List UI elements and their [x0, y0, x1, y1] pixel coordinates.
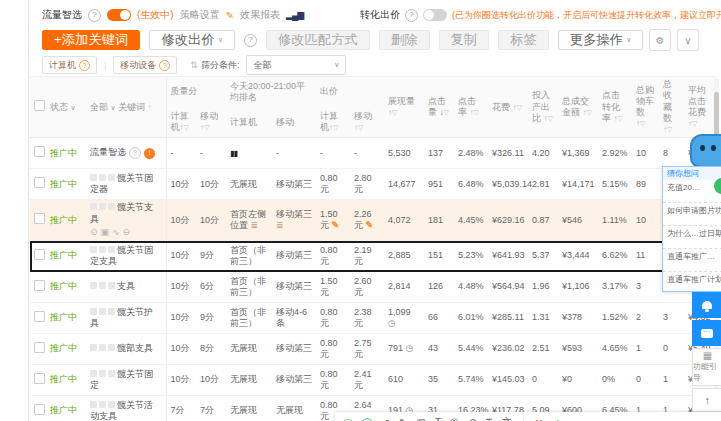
filter-funnel-icon[interactable]: ▽ [587, 109, 592, 116]
row-checkbox[interactable] [34, 280, 45, 291]
translate-tool-icon[interactable]: 文 [502, 415, 512, 421]
bid-pc-cell[interactable]: 0.80元 [316, 169, 350, 200]
row-checkbox[interactable] [34, 342, 45, 353]
keyword-quick-icons[interactable] [90, 307, 117, 317]
keyword-quick-icons[interactable] [90, 245, 117, 255]
more-actions-button[interactable]: 更多操作∨ [558, 30, 643, 50]
bid-mobile-cell[interactable]: 2.60元 [350, 272, 384, 303]
help-icon[interactable]: ? [244, 34, 257, 47]
delay-icon[interactable]: ◷ [388, 318, 396, 328]
report-link[interactable]: 效果报表 [240, 8, 280, 22]
help-icon[interactable]: ? [88, 9, 101, 22]
add-icon[interactable]: ▣ [101, 227, 113, 237]
row-checkbox[interactable] [34, 373, 45, 384]
keyword-quick-icons[interactable] [90, 400, 117, 410]
header-fav[interactable]: 总收藏数 ↑▽ [659, 77, 684, 138]
text-tool-icon[interactable]: T [435, 417, 441, 421]
header-clicks[interactable]: 点击量 ↓▽ [424, 77, 454, 138]
bid-mobile-cell[interactable]: 2.19元 [350, 241, 384, 272]
keyword-label[interactable]: 支具 [117, 281, 135, 291]
header-status[interactable]: 状态 ∨ [46, 77, 86, 138]
keyword-quick-icons[interactable] [90, 369, 117, 379]
header-cost[interactable]: 花费 ↑▽ [488, 77, 528, 138]
trend-icon[interactable]: ∿ [112, 227, 123, 237]
keyword-label[interactable]: 流量智选 [90, 147, 126, 157]
bid-pc-cell[interactable]: 1.50元 ✎ [316, 200, 350, 241]
serial-tool-icon[interactable]: ① [450, 417, 459, 421]
rank-list-icon[interactable]: ≣ [251, 220, 259, 230]
bid-pc-cell[interactable]: 0.80元 [316, 241, 350, 272]
help-question-item[interactable]: 为什么…过日期 [663, 226, 721, 249]
feature-guide-button[interactable]: ▦ 功能引导 [692, 348, 721, 386]
filter-funnel-icon[interactable]: ▽ [184, 124, 189, 131]
check-tool-icon[interactable]: ✓ [552, 417, 560, 421]
add-keyword-button[interactable]: +添加关键词 [42, 30, 140, 50]
filter-funnel-icon[interactable]: ▽ [692, 120, 697, 127]
header-ctr[interactable]: 点击率 ↑▽ [454, 77, 488, 138]
filter-funnel-icon[interactable]: ▽ [333, 124, 338, 131]
bid-pc-cell[interactable]: 0.80元 [316, 303, 350, 334]
close-tool-icon[interactable]: ✕ [535, 417, 543, 421]
help-icon[interactable]: ? [405, 9, 418, 22]
help-question-item[interactable]: 直通车推广… [663, 249, 721, 272]
filter-funnel-icon[interactable]: ▽ [358, 124, 363, 131]
settings-button[interactable]: ⚙ [649, 29, 671, 51]
bar-chart-icon[interactable]: ▂▄▆ [286, 10, 303, 20]
filter-funnel-icon[interactable]: ▽ [474, 109, 479, 116]
bid-pc-cell[interactable]: 0.80元 [316, 334, 350, 365]
filter-funnel-icon[interactable]: ▽ [204, 124, 209, 131]
tab-pc[interactable]: 计算机? [42, 56, 97, 74]
download-tool-icon[interactable]: ↓ [521, 417, 526, 421]
keyword-quick-icons[interactable] [90, 202, 117, 212]
filter-funnel-icon[interactable]: ▽ [517, 104, 522, 111]
help-icon[interactable]: ? [129, 147, 141, 159]
filter-funnel-icon[interactable]: ▽ [392, 109, 397, 116]
filter-funnel-icon[interactable]: ▽ [618, 115, 623, 122]
arrow-tool-icon[interactable]: ↗ [382, 417, 390, 421]
bid-mobile-cell[interactable]: 2.75元 [350, 334, 384, 365]
edit-bid-icon[interactable]: ✎ [366, 220, 374, 230]
header-cvr[interactable]: 点击转化率 ↑▽ [598, 77, 632, 138]
copy-button[interactable]: 复制 [439, 30, 490, 50]
view-icon[interactable]: ⊙ [90, 227, 101, 237]
mosaic-tool-icon[interactable]: ▦ [416, 417, 425, 421]
bid-pc-cell[interactable]: - [316, 138, 350, 169]
row-checkbox[interactable] [34, 146, 45, 157]
flow-toggle[interactable] [107, 9, 131, 21]
bid-pc-cell[interactable]: 0.80元 [316, 365, 350, 396]
header-gmv[interactable]: 总成交金额 ↑▽ [558, 77, 598, 138]
pin-tool-icon[interactable]: ⊼ [485, 417, 492, 421]
subheader-quality-mobile[interactable]: 移动↑▽ [196, 107, 226, 138]
subheader-bid-mobile[interactable]: 移动↑▽ [350, 107, 384, 138]
bid-pc-cell[interactable]: 1.50元 [316, 272, 350, 303]
rect-tool-icon[interactable]: ▢ [343, 417, 352, 421]
convert-toggle[interactable] [423, 9, 447, 21]
remove-icon[interactable]: ⊖ [123, 227, 134, 237]
keyword-label[interactable]: 髋部支具 [117, 343, 153, 353]
tab-mobile[interactable]: 移动设备? [113, 56, 177, 74]
filter-funnel-icon[interactable]: ▽ [640, 120, 645, 127]
help-question-item[interactable]: 如何申请图片功能 [663, 203, 721, 226]
ellipse-tool-icon[interactable]: ◯ [361, 417, 372, 421]
subheader-quality-pc[interactable]: 计算机↑▽ [166, 107, 196, 138]
subheader-bid-pc[interactable]: 计算机↑▽ [316, 107, 350, 138]
sort-icon[interactable]: ↑ [148, 103, 152, 112]
rank-preview-icon[interactable]: ▮▮ [230, 149, 237, 158]
filter-funnel-icon[interactable]: ▽ [548, 115, 553, 122]
modify-bid-button[interactable]: 修改出价∨ [149, 30, 234, 50]
select-all-checkbox[interactable] [34, 100, 45, 111]
bid-mobile-cell[interactable]: 2.41元 [350, 365, 384, 396]
rank-list-icon[interactable]: ≣ [276, 220, 284, 230]
header-roi[interactable]: 投入产出比 ↑▽ [528, 77, 558, 138]
header-cart[interactable]: 总购物车数 ↑▽ [632, 77, 659, 138]
row-checkbox[interactable] [34, 311, 45, 322]
delay-icon[interactable]: ◷ [406, 343, 414, 353]
header-keyword[interactable]: 全部 ∨ 关键词 ↑ [86, 77, 166, 138]
brush-tool-icon[interactable]: ✎ [399, 417, 407, 421]
delete-button[interactable]: 删除 [379, 30, 430, 50]
header-cpc[interactable]: 平均点击花费 ↑▽ [684, 77, 716, 138]
header-impressions[interactable]: 展现量 ↑▽ [384, 77, 424, 138]
help-question-item[interactable]: 直通车推广计划? [663, 272, 721, 292]
edit-bid-icon[interactable]: ✎ [332, 220, 340, 230]
row-checkbox[interactable] [34, 249, 45, 260]
